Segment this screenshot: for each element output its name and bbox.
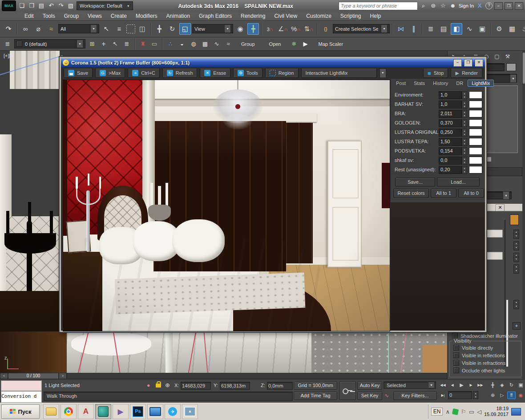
- menu-scripting[interactable]: Scripting: [336, 12, 365, 20]
- particles-icon[interactable]: ∴: [166, 39, 175, 49]
- vfb-region-button[interactable]: Region: [265, 68, 299, 78]
- taskbar-autocad[interactable]: A: [78, 404, 94, 419]
- spinner[interactable]: ▴▾: [462, 101, 467, 109]
- search-input[interactable]: [339, 2, 418, 10]
- vfb-close-button[interactable]: ✕: [475, 59, 483, 67]
- select-object-icon[interactable]: ↖: [101, 23, 112, 35]
- visible-reflections-checkbox[interactable]: Visible in reflections: [453, 352, 505, 358]
- set-current-layer-icon[interactable]: ≣: [122, 39, 132, 49]
- next-frame-button[interactable]: ▶: [467, 381, 475, 389]
- lightmix-value[interactable]: 1,0: [439, 91, 462, 99]
- spinner[interactable]: ▴▾: [513, 241, 519, 250]
- spinner[interactable]: ▴▾: [513, 253, 519, 262]
- unlink-icon[interactable]: ⌀: [32, 23, 44, 35]
- add-time-tag[interactable]: Add Time Tag: [294, 392, 337, 400]
- modifier-icon[interactable]: ∿: [212, 39, 222, 49]
- vfb-minimize-button[interactable]: –: [453, 59, 462, 67]
- curves-icon[interactable]: ∿: [384, 392, 389, 399]
- visible-refractions-checkbox[interactable]: Visible in refractions: [453, 360, 505, 366]
- key-mode-button[interactable]: ▶|: [439, 392, 447, 399]
- named-selection-sets-dropdown[interactable]: Create Selection Se ▼: [333, 24, 390, 33]
- vfb-stop-button[interactable]: ■Stop: [423, 68, 448, 78]
- set-key-button[interactable]: Set Key: [357, 392, 382, 400]
- taskbar-kmplayer[interactable]: ▶: [113, 404, 129, 419]
- lightmix-value[interactable]: 0,0: [439, 157, 462, 165]
- vfb-erase-button[interactable]: ✕Erase: [200, 68, 230, 78]
- open-file-icon[interactable]: ❒: [28, 2, 36, 10]
- vase-icon[interactable]: ◍: [189, 39, 198, 49]
- vfb-copy-button[interactable]: ≡Ctrl+C: [128, 68, 159, 78]
- angle-snap-icon[interactable]: ∠∩: [277, 23, 289, 35]
- language-indicator[interactable]: EN: [431, 408, 443, 416]
- render-frame-icon[interactable]: ▦: [506, 23, 518, 35]
- spinner[interactable]: ▴▾: [473, 391, 478, 399]
- orbit-selected-icon[interactable]: ◉: [517, 392, 525, 399]
- percent-snap-icon[interactable]: %∩: [290, 23, 302, 35]
- tab-utilities-icon[interactable]: ⚒: [503, 52, 513, 61]
- tab-display-icon[interactable]: ▢: [492, 52, 502, 61]
- tray-network-icon[interactable]: ▭: [469, 408, 474, 415]
- maxscript-listener[interactable]: Conversion d: [1, 391, 42, 403]
- reference-coordinate-dropdown[interactable]: View ▼: [192, 24, 233, 33]
- lightmix-load-button[interactable]: Load...: [437, 178, 480, 186]
- new-file-icon[interactable]: ❏: [18, 2, 26, 10]
- zoom-extents-icon[interactable]: ◈: [498, 381, 506, 389]
- window-crossing-icon[interactable]: ◫: [137, 23, 148, 35]
- tab-post[interactable]: Post: [392, 80, 409, 86]
- lightmix-value[interactable]: 1,0: [439, 101, 462, 109]
- absolute-mode-icon[interactable]: ⊕: [165, 382, 170, 388]
- project-folder-icon[interactable]: ▧: [67, 2, 75, 10]
- set-keys-button[interactable]: [339, 381, 356, 400]
- previous-frame-button[interactable]: ◀: [448, 381, 456, 389]
- menu-help[interactable]: Help: [366, 12, 385, 20]
- y-coordinate-field[interactable]: [220, 382, 250, 390]
- vfb-tools-button[interactable]: ⚙Tools: [233, 68, 262, 78]
- lightmix-value[interactable]: 0,250: [439, 129, 462, 137]
- undo-icon[interactable]: ↶: [47, 2, 55, 10]
- play-button[interactable]: ▶: [457, 381, 466, 389]
- menu-views[interactable]: Views: [84, 12, 106, 20]
- start-button[interactable]: Пуск: [1, 404, 40, 419]
- menu-civil-view[interactable]: Civil View: [270, 12, 301, 20]
- lightmix-value[interactable]: 0,154: [439, 147, 462, 155]
- show-desktop-icon[interactable]: [511, 408, 521, 416]
- schematic-view-icon[interactable]: ▣: [477, 23, 488, 35]
- tray-flag-icon[interactable]: ⚐: [461, 408, 466, 415]
- taskbar-explorer[interactable]: [43, 404, 59, 419]
- key-filter-dropdown[interactable]: Selected ▼: [384, 381, 436, 389]
- spinner[interactable]: ▴▾: [462, 138, 467, 146]
- tray-volume-icon[interactable]: ◁: [477, 408, 481, 415]
- align-icon[interactable]: ∥: [408, 23, 420, 35]
- spinner-snap-icon[interactable]: ⇅∩: [303, 23, 315, 35]
- snowflake-icon[interactable]: ❄: [289, 39, 299, 49]
- menu-create[interactable]: Create: [107, 12, 131, 20]
- tab-stats[interactable]: Stats: [410, 80, 428, 86]
- color-swatch-orange[interactable]: [510, 214, 519, 225]
- spinner[interactable]: ▴▾: [462, 119, 467, 127]
- spinner[interactable]: ▴▾: [513, 300, 519, 309]
- vfb-refresh-button[interactable]: ↻Refresh: [162, 68, 198, 78]
- lightmix-color-swatch[interactable]: [469, 147, 482, 155]
- maxscript-listener-pink[interactable]: [1, 380, 42, 391]
- pattern-icon[interactable]: ▩: [200, 39, 210, 49]
- zoom-region-icon[interactable]: ⊕: [489, 392, 497, 399]
- taskbar-3dsmax-active[interactable]: [95, 404, 111, 419]
- key-filters-button[interactable]: Key Filters...: [393, 392, 437, 400]
- lightmix-color-swatch[interactable]: [469, 101, 482, 108]
- time-slider-value[interactable]: 0 / 100: [8, 373, 59, 379]
- visible-directly-checkbox[interactable]: Visible directly: [453, 345, 493, 351]
- spinner[interactable]: ▴▾: [513, 264, 519, 274]
- create-layer-icon[interactable]: ⊞: [87, 39, 97, 49]
- spinner[interactable]: ▴▾: [462, 166, 467, 174]
- save-file-icon[interactable]: ▤: [37, 2, 45, 10]
- menu-customize[interactable]: Customize: [302, 12, 335, 20]
- select-layer-objects-icon[interactable]: ↖: [110, 39, 120, 49]
- tab-history[interactable]: History: [429, 80, 452, 86]
- lightmix-color-swatch[interactable]: [469, 119, 482, 127]
- material-editor-icon[interactable]: ◧: [451, 23, 462, 35]
- lightmix-all-to-0-button[interactable]: All to 0: [458, 189, 484, 198]
- lightmix-value[interactable]: 0,20: [439, 166, 462, 174]
- taskbar-photoshop[interactable]: Ps: [130, 404, 146, 419]
- layer-manager-icon[interactable]: ≣: [425, 23, 436, 35]
- taskbar-telegram[interactable]: ✈: [165, 404, 181, 419]
